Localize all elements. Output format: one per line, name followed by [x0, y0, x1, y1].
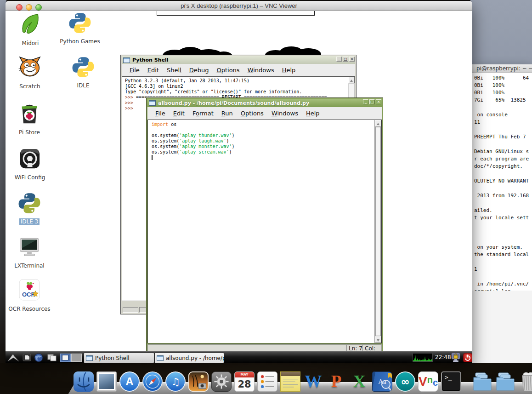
editor-titlebar[interactable]: allsound.py - /home/pi/Documents/sound/a…	[147, 99, 382, 107]
dock-itunes-icon[interactable]: ♫	[165, 371, 186, 392]
desktop-pager[interactable]	[60, 352, 82, 363]
cpu-monitor[interactable]	[413, 353, 433, 362]
desktop-icon-scratch[interactable]: Scratch	[11, 56, 48, 90]
desktop-icon-pi-store[interactable]: Pi Store	[11, 102, 48, 136]
minimize-button[interactable]: _	[363, 99, 368, 104]
menu-shell[interactable]: Shell	[167, 67, 181, 74]
mac-terminal-titlebar[interactable]: pi@raspberrypi: ~ —	[472, 64, 532, 73]
python-icon	[71, 56, 95, 80]
dock-word-icon[interactable]: W	[303, 371, 323, 392]
web-browser-icon[interactable]	[33, 352, 44, 363]
desktop-icon-label: Python Games	[60, 38, 100, 45]
dock-vnc-icon[interactable]: Vnc	[418, 371, 438, 392]
dock-powerpoint-icon[interactable]: P	[326, 371, 346, 392]
menu-file[interactable]: File	[155, 110, 165, 117]
menu-help[interactable]: Help	[306, 110, 320, 117]
minimize-button[interactable]: _	[336, 57, 342, 62]
svg-text:OCR: OCR	[22, 291, 36, 298]
menu-file[interactable]: File	[130, 67, 140, 74]
taskbar-task-2[interactable]: allsound.py - /home/pi/D...	[154, 353, 224, 363]
terminal-line: r each program are	[474, 155, 532, 163]
menu-edit[interactable]: Edit	[147, 67, 159, 74]
dock-mail-icon[interactable]	[96, 371, 117, 392]
menu-options[interactable]: Options	[216, 67, 239, 74]
desktop-icon-idle[interactable]: IDLE	[65, 56, 102, 89]
editor-textarea[interactable]: import os os.system('aplay thunder.wav')…	[147, 120, 382, 343]
line-indicator: Ln: 7	[346, 345, 364, 351]
power-button[interactable]	[463, 353, 472, 362]
vnc-titlebar[interactable]: pi's X desktop (raspberrypi:1) – VNC Vie…	[6, 1, 472, 11]
terminal-line: doc/*/copyright.	[474, 163, 532, 170]
clock[interactable]: 22:48	[435, 352, 449, 363]
background-window-edge	[157, 11, 315, 16]
desktop-icon-lxterminal[interactable]: LXTerminal	[11, 235, 48, 269]
mac-terminal-window[interactable]: pi@raspberrypi: ~ — 0Bi 100% 640Bi 100%0…	[472, 64, 532, 291]
file-manager-icon[interactable]	[22, 352, 32, 363]
desktop-icon-midori[interactable]: Midori	[12, 12, 49, 47]
menu-edit[interactable]: Edit	[173, 110, 185, 117]
dock: A ♫ MAY 28 WPX Aa ∞ Vnc >_	[74, 370, 532, 392]
pager-desktop-2[interactable]	[71, 354, 82, 362]
vnc-window-title: pi's X desktop (raspberrypi:1) – VNC Vie…	[6, 2, 472, 9]
close-button[interactable]: ×	[349, 57, 355, 62]
editor-title: allsound.py - /home/pi/Documents/sound/a…	[158, 99, 309, 107]
terminal-line: 7Gi 65% 13825	[474, 97, 532, 104]
dock-iphoto-icon[interactable]	[188, 371, 209, 392]
scrollbar[interactable]	[374, 120, 381, 343]
scroll-thumb[interactable]	[375, 127, 381, 336]
maximize-button[interactable]: □	[343, 57, 348, 62]
window-icon	[86, 355, 93, 361]
menu-debug[interactable]: Debug	[189, 67, 209, 74]
menu-help[interactable]: Help	[282, 67, 296, 74]
python-shell-titlebar[interactable]: Python Shell _ □ ×	[122, 56, 355, 64]
dock-notes-icon[interactable]	[280, 371, 300, 392]
menu-format[interactable]: Format	[192, 110, 214, 117]
menu-run[interactable]: Run	[221, 110, 233, 117]
terminal-line: PREEMPT Thu Feb 7	[474, 133, 532, 141]
terminal-line: t your locale sett	[474, 214, 532, 222]
shell-line: Python 3.2.3 (default, Jan 28 2013, 11:4…	[125, 78, 355, 84]
code-line: os.system('aplay scream.wav')	[152, 149, 381, 155]
dock-sysprefs-icon[interactable]	[211, 371, 232, 392]
scroll-up-arrow[interactable]	[375, 120, 381, 126]
dock-finder-icon[interactable]	[74, 371, 94, 392]
vnc-letters: Vnc	[419, 374, 438, 389]
desktop-icon-idle-3[interactable]: IDLE 3	[11, 192, 48, 225]
editor-window[interactable]: allsound.py - /home/pi/Documents/sound/a…	[146, 97, 383, 354]
lxde-menu-icon[interactable]	[6, 352, 20, 363]
dock-arduino-icon[interactable]: ∞	[395, 371, 415, 392]
menu-windows[interactable]: Windows	[272, 110, 298, 117]
maximize-button[interactable]: □	[369, 99, 375, 104]
taskbar-task-1[interactable]: Python Shell	[84, 353, 154, 363]
dock-trash-icon[interactable]	[518, 371, 532, 392]
lxterminal-icon	[17, 235, 41, 259]
iconify-windows-icon[interactable]	[46, 352, 58, 363]
dock-folder-icon[interactable]	[472, 371, 492, 392]
powerpoint-letter: P	[331, 371, 342, 392]
close-button[interactable]: ×	[376, 99, 381, 104]
terminal-line	[474, 236, 532, 244]
dock-appstore-icon[interactable]: A	[119, 371, 140, 392]
desktop-icon-python-games[interactable]: Python Games	[58, 11, 102, 45]
desktop-icon-wifi-config[interactable]: WiFi Config	[11, 147, 48, 181]
dock-folder-icon[interactable]	[495, 371, 515, 392]
lxde-taskbar: Python Shell allsound.py - /home/pi/D...…	[6, 351, 472, 363]
pager-desktop-1[interactable]	[60, 354, 71, 362]
ocr-icon: OCR	[17, 278, 41, 302]
menu-options[interactable]: Options	[241, 110, 264, 117]
menu-windows[interactable]: Windows	[248, 67, 274, 74]
screen-lock-icon[interactable]	[450, 352, 461, 363]
dock-calendar-icon[interactable]: MAY 28	[234, 371, 255, 392]
desktop-icon-label: OCR Resources	[8, 306, 50, 312]
desktop-icon-ocr-resources[interactable]: OCR OCR Resources	[6, 278, 52, 313]
code-line: os.system('aplay thunder.wav')	[152, 133, 381, 138]
scroll-up-arrow[interactable]	[348, 77, 355, 83]
dock-dictionary-icon[interactable]: Aa	[372, 371, 392, 392]
dock-terminal-icon[interactable]: >_	[441, 371, 461, 392]
terminal-line: 11	[474, 119, 532, 126]
dock-safari-icon[interactable]	[142, 371, 163, 392]
dock-reminders-icon[interactable]	[257, 371, 277, 392]
scroll-down-arrow[interactable]	[375, 337, 381, 343]
wifi-icon	[18, 147, 42, 171]
dock-excel-icon[interactable]: X	[349, 371, 369, 392]
